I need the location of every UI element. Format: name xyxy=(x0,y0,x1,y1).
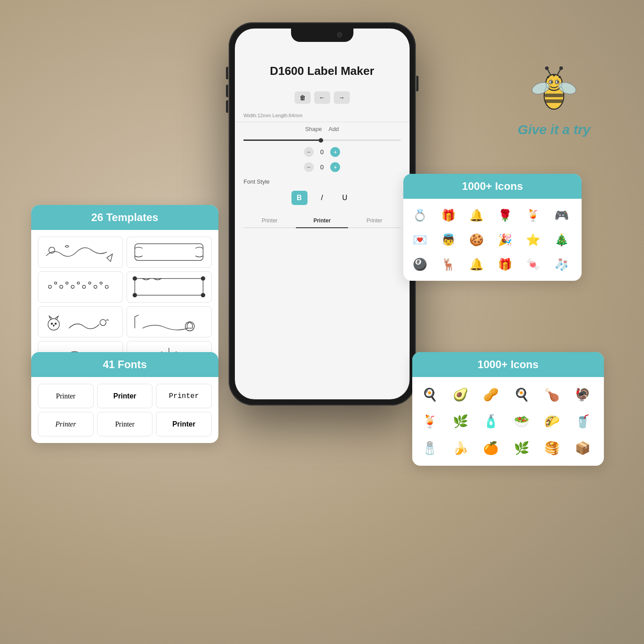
svg-point-22 xyxy=(66,282,68,284)
icon-salad[interactable]: 🥗 xyxy=(509,409,534,434)
underline-button[interactable]: U xyxy=(337,191,353,205)
svg-point-40 xyxy=(185,322,194,331)
template-item-2[interactable] xyxy=(127,237,212,268)
icons-bottom-title: 1000+ Icons xyxy=(421,358,595,371)
printer-tab-2[interactable]: Printer xyxy=(296,214,349,228)
svg-point-7 xyxy=(559,66,563,70)
icon-sauce[interactable]: 🧴 xyxy=(479,409,503,434)
font-sample-3[interactable]: Printer xyxy=(156,384,212,408)
svg-point-28 xyxy=(100,282,103,284)
svg-point-23 xyxy=(71,286,74,289)
shape-add-tabs[interactable]: Shape Add xyxy=(235,122,410,136)
printer-tab-1[interactable]: Printer xyxy=(243,214,296,228)
icon-stocking[interactable]: 🧦 xyxy=(550,253,573,275)
icon-bells2[interactable]: 🎁 xyxy=(494,253,516,275)
icon-turkey[interactable]: 🦃 xyxy=(570,382,595,407)
icon-gingerbread[interactable]: 🍪 xyxy=(465,229,488,251)
svg-line-4 xyxy=(547,69,551,75)
slider-track[interactable] xyxy=(243,139,401,141)
fonts-title: 41 Fonts xyxy=(40,358,209,371)
increment-btn-1[interactable]: + xyxy=(330,147,340,157)
icon-banana[interactable]: 🍌 xyxy=(448,436,473,460)
template-item-5[interactable] xyxy=(38,306,123,337)
icon-herb[interactable]: 🌿 xyxy=(448,409,473,434)
svg-rect-2 xyxy=(545,99,563,103)
icon-pot[interactable]: 🍳 xyxy=(418,382,442,407)
printer-tab-3[interactable]: Printer xyxy=(348,214,401,228)
svg-point-20 xyxy=(55,282,57,284)
font-sample-5[interactable]: Printer xyxy=(97,412,153,436)
italic-button[interactable]: / xyxy=(314,191,330,205)
icons-top-title: 1000+ Icons xyxy=(412,180,573,193)
icon-envelope[interactable]: 💌 xyxy=(409,229,431,251)
tagline-text: Give it a try xyxy=(518,122,591,137)
icon-cocktail[interactable]: 🍹 xyxy=(418,409,442,434)
fonts-grid: Printer Printer Printer Printer Printer … xyxy=(31,377,218,443)
counter-row-2[interactable]: − 0 + xyxy=(304,162,340,172)
icon-avocado[interactable]: 🥑 xyxy=(448,382,473,407)
icon-nuts[interactable]: 🥜 xyxy=(479,382,503,407)
svg-point-38 xyxy=(53,325,55,327)
icon-chicken[interactable]: 🍗 xyxy=(540,382,564,407)
icon-reindeer[interactable]: 🦌 xyxy=(437,253,459,275)
icon-pancake[interactable]: 🥞 xyxy=(540,436,564,460)
font-sample-1[interactable]: Printer xyxy=(38,384,94,408)
svg-point-29 xyxy=(106,286,109,289)
svg-point-36 xyxy=(51,323,53,324)
counter-val-2: 0 xyxy=(320,164,324,171)
icon-drink[interactable]: 🍹 xyxy=(522,204,544,226)
icon-party-hat[interactable]: 🎉 xyxy=(494,229,516,251)
template-item-3[interactable] xyxy=(38,271,123,303)
phone-power-button xyxy=(416,76,418,91)
forward-button[interactable]: → xyxy=(334,91,350,104)
icon-bottle[interactable]: 🧂 xyxy=(418,436,442,460)
bold-button[interactable]: B xyxy=(291,191,308,205)
icon-orange[interactable]: 🍊 xyxy=(479,436,503,460)
icon-ring[interactable]: 💍 xyxy=(409,204,431,226)
svg-rect-30 xyxy=(135,279,203,295)
size-slider[interactable] xyxy=(243,139,401,141)
slider-thumb[interactable] xyxy=(319,138,323,143)
icon-bell[interactable]: 🔔 xyxy=(465,253,488,275)
back-button[interactable]: ← xyxy=(314,91,330,104)
svg-point-25 xyxy=(83,286,86,289)
template-item-1[interactable] xyxy=(38,237,123,268)
icon-leaf[interactable]: 🌿 xyxy=(509,436,534,460)
icon-blender[interactable]: 🥤 xyxy=(570,409,595,434)
icon-angel[interactable]: 👼 xyxy=(437,229,459,251)
icon-candy[interactable]: 🍬 xyxy=(522,253,544,275)
font-sample-4[interactable]: Printer xyxy=(38,412,94,436)
icon-egg[interactable]: 🍳 xyxy=(509,382,534,407)
template-item-4[interactable] xyxy=(127,271,212,303)
icon-bells[interactable]: 🔔 xyxy=(465,204,488,226)
font-sample-2[interactable]: Printer xyxy=(97,384,153,408)
icon-game[interactable]: 🎮 xyxy=(550,204,573,226)
decrement-btn-1[interactable]: − xyxy=(304,147,314,157)
icon-rose[interactable]: 🌹 xyxy=(494,204,516,226)
screen-toolbar[interactable]: 🗑 ← → xyxy=(295,91,350,104)
icons-bottom-grid: 🍳 🥑 🥜 🍳 🍗 🦃 🍹 🌿 🧴 🥗 🌮 🥤 🧂 🍌 🍊 🌿 🥞 📦 xyxy=(412,377,604,466)
icons-card-top: 1000+ Icons 💍 🎁 🔔 🌹 🍹 🎮 💌 👼 🍪 🎉 ⭐ 🎄 🎱 🦌 … xyxy=(403,174,582,281)
font-style-buttons[interactable]: B / U xyxy=(291,191,353,205)
icon-star[interactable]: ⭐ xyxy=(522,229,544,251)
printer-tab-row[interactable]: Printer Printer Printer xyxy=(243,214,401,228)
front-camera xyxy=(337,32,342,37)
svg-point-13 xyxy=(557,81,558,83)
delete-button[interactable]: 🗑 xyxy=(295,91,311,104)
icons-bottom-header: 1000+ Icons xyxy=(412,352,604,377)
tab-add[interactable]: Add xyxy=(328,126,339,132)
font-sample-6[interactable]: Printer xyxy=(156,412,212,436)
tab-shape[interactable]: Shape xyxy=(305,126,322,132)
phone-wrapper: D1600 Label Maker 🗑 ← → Width:12mm Lengt… xyxy=(229,22,416,406)
increment-btn-2[interactable]: + xyxy=(330,162,340,172)
icon-tree[interactable]: 🎄 xyxy=(550,229,573,251)
svg-point-16 xyxy=(559,76,561,78)
decrement-btn-2[interactable]: − xyxy=(304,162,314,172)
icon-taco[interactable]: 🌮 xyxy=(540,409,564,434)
svg-point-24 xyxy=(78,282,80,284)
template-item-6[interactable] xyxy=(127,306,212,337)
icon-gift[interactable]: 🎁 xyxy=(437,204,459,226)
icon-ornament[interactable]: 🎱 xyxy=(409,253,431,275)
counter-row-1[interactable]: − 0 + xyxy=(304,147,340,157)
icon-box[interactable]: 📦 xyxy=(570,436,595,460)
